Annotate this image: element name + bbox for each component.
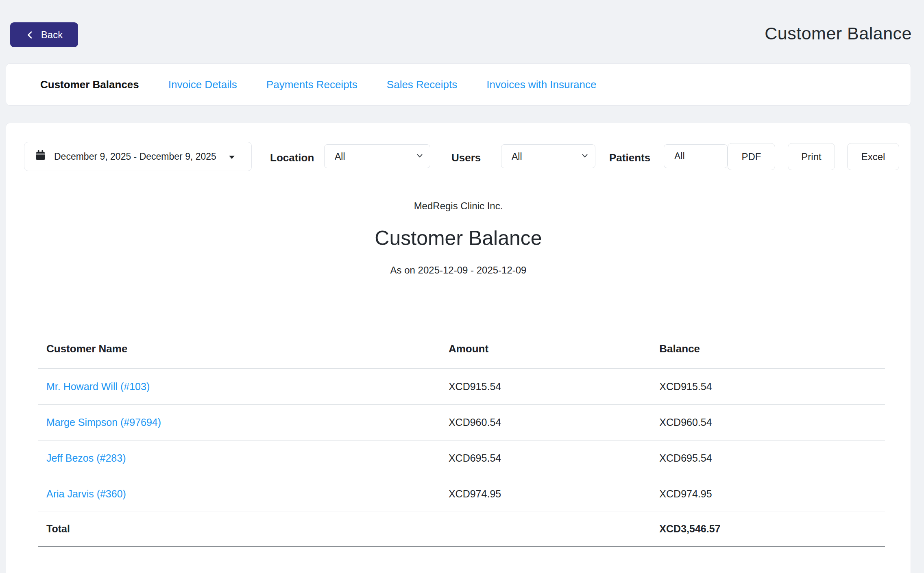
location-select[interactable]: All	[325, 145, 430, 168]
column-header-amount: Amount	[440, 331, 651, 369]
balance-cell: XCD974.95	[651, 476, 885, 512]
customer-link[interactable]: Mr. Howard Will (#103)	[46, 381, 150, 392]
excel-button[interactable]: Excel	[847, 143, 899, 170]
column-header-balance: Balance	[651, 331, 885, 369]
report-date-range-subtitle: As on 2025-12-09 - 2025-12-09	[6, 265, 911, 276]
column-header-customer-name: Customer Name	[38, 331, 440, 369]
print-button[interactable]: Print	[788, 143, 835, 170]
tab-invoice-details[interactable]: Invoice Details	[168, 78, 237, 91]
date-range-value: December 9, 2025 - December 9, 2025	[54, 151, 216, 162]
table-header-row: Customer Name Amount Balance	[38, 331, 885, 369]
back-button[interactable]: Back	[10, 22, 78, 47]
customer-link[interactable]: Aria Jarvis (#360)	[46, 488, 126, 499]
report-company-name: MedRegis Clinic Inc.	[6, 200, 911, 212]
report-card: December 9, 2025 - December 9, 2025 Loca…	[6, 123, 911, 573]
balance-cell: XCD695.54	[651, 440, 885, 476]
total-label: Total	[38, 512, 440, 546]
tabs-card: Customer Balances Invoice Details Paymen…	[6, 63, 911, 106]
location-select-wrap: All	[324, 144, 430, 168]
table-row: Marge Simpson (#97694) XCD960.54 XCD960.…	[38, 404, 885, 440]
balance-cell: XCD960.54	[651, 404, 885, 440]
users-label: Users	[451, 152, 481, 164]
patients-label: Patients	[609, 152, 650, 164]
table-row: Jeff Bezos (#283) XCD695.54 XCD695.54	[38, 440, 885, 476]
tab-invoices-with-insurance[interactable]: Invoices with Insurance	[486, 78, 596, 91]
location-label: Location	[270, 152, 314, 164]
pdf-button[interactable]: PDF	[728, 143, 775, 170]
patients-input[interactable]	[664, 144, 728, 168]
table-total-row: Total XCD3,546.57	[38, 512, 885, 546]
customer-link[interactable]: Marge Simpson (#97694)	[46, 417, 161, 428]
balance-cell: XCD915.54	[651, 369, 885, 404]
customer-balance-table: Customer Name Amount Balance Mr. Howard …	[38, 331, 885, 547]
tab-sales-receipts[interactable]: Sales Receipts	[387, 78, 457, 91]
tab-customer-balances[interactable]: Customer Balances	[40, 78, 139, 91]
report-tabs: Customer Balances Invoice Details Paymen…	[6, 64, 911, 105]
amount-cell: XCD974.95	[440, 476, 651, 512]
calendar-icon	[36, 150, 45, 163]
caret-down-icon	[229, 151, 235, 162]
users-select-wrap: All	[501, 144, 595, 168]
amount-cell: XCD695.54	[440, 440, 651, 476]
total-balance-cell: XCD3,546.57	[651, 512, 885, 546]
tab-payments-receipts[interactable]: Payments Receipts	[266, 78, 357, 91]
chevron-left-icon	[26, 30, 35, 40]
table-row: Aria Jarvis (#360) XCD974.95 XCD974.95	[38, 476, 885, 512]
users-select[interactable]: All	[501, 145, 595, 168]
total-amount-cell	[440, 512, 651, 546]
report-title: Customer Balance	[6, 226, 911, 250]
page-title: Customer Balance	[765, 24, 912, 43]
customer-link[interactable]: Jeff Bezos (#283)	[46, 452, 126, 464]
amount-cell: XCD960.54	[440, 404, 651, 440]
amount-cell: XCD915.54	[440, 369, 651, 404]
table-row: Mr. Howard Will (#103) XCD915.54 XCD915.…	[38, 369, 885, 404]
back-button-label: Back	[41, 29, 63, 41]
date-range-picker[interactable]: December 9, 2025 - December 9, 2025	[24, 142, 252, 171]
